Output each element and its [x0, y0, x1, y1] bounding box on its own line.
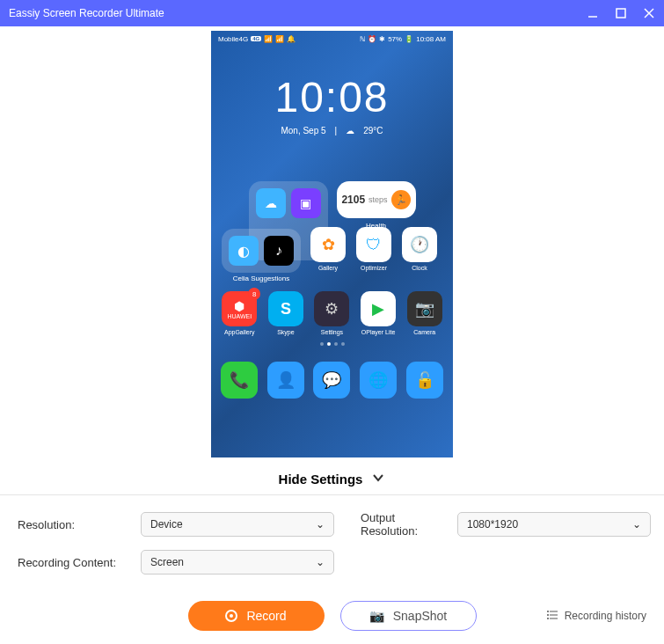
snapshot-button[interactable]: 📷 SnapShot — [340, 601, 477, 631]
phone-mirror[interactable]: Mobile4G 4G 📶 📶 🔔 ℕ ⏰ ✱ 57% 🔋 10:08 AM 1… — [211, 31, 453, 457]
clock-temp: 29°C — [363, 126, 383, 135]
dock-messages[interactable]: 💬 — [313, 362, 350, 399]
health-widget[interactable]: 2105 steps 🏃 — [337, 181, 416, 218]
close-button[interactable] — [643, 7, 655, 19]
maximize-button[interactable] — [615, 7, 627, 19]
resolution-label: Resolution: — [18, 518, 132, 531]
cloud-icon: ☁ — [256, 188, 286, 218]
output-resolution-select[interactable]: 1080*1920 ⌄ — [457, 512, 651, 537]
app-optimizer[interactable]: 🛡Optimizer — [351, 227, 397, 271]
app-oplayer[interactable]: ▶OPlayer Lite — [355, 291, 401, 335]
app-title: Eassiy Screen Recorder Ultimate — [9, 7, 164, 19]
battery-icon: 🔋 — [405, 35, 413, 43]
recording-content-label: Recording Content: — [18, 556, 132, 569]
bottom-bar: Record 📷 SnapShot Recording history — [0, 590, 664, 641]
bell-icon: 🔔 — [287, 35, 296, 43]
record-icon — [225, 610, 237, 622]
lockscreen-clock: 10:08 Mon, Sep 5 | ☁ 29°C — [211, 73, 453, 135]
folder-label: Celia Suggestions — [222, 274, 301, 282]
dock-browser[interactable]: 🌐 — [360, 362, 397, 399]
nfc-icon: ℕ — [360, 35, 365, 43]
clock-time: 10:08 — [211, 73, 453, 121]
svg-rect-1 — [617, 9, 625, 18]
network-badge: 4G — [251, 36, 261, 41]
app-skype[interactable]: SSkype — [263, 291, 309, 335]
chevron-down-icon: ⌄ — [316, 518, 325, 531]
step-unit: steps — [368, 195, 388, 204]
signal-icon: 📶 — [264, 35, 273, 43]
titlebar: Eassiy Screen Recorder Ultimate — [0, 0, 664, 26]
suggestions-lower[interactable]: ◐ ♪ — [222, 229, 301, 273]
resolution-select[interactable]: Device ⌄ — [141, 512, 334, 537]
minimize-button[interactable] — [587, 7, 599, 19]
phone-dock: 📞 👤 💬 🌐 🔓 — [211, 362, 453, 399]
compass-icon: ◐ — [229, 236, 259, 266]
page-indicator[interactable] — [211, 342, 453, 346]
record-button[interactable]: Record — [188, 601, 325, 631]
dock-lock[interactable]: 🔓 — [406, 362, 443, 399]
app-clock[interactable]: 🕐Clock — [397, 227, 442, 271]
clock-date: Mon, Sep 5 — [281, 126, 325, 135]
recording-history-link[interactable]: Recording history — [547, 609, 646, 624]
step-count: 2105 — [341, 194, 365, 206]
app-settings[interactable]: ⚙Settings — [309, 291, 354, 335]
carrier-label: Mobile4G — [218, 35, 248, 43]
phone-statusbar: Mobile4G 4G 📶 📶 🔔 ℕ ⏰ ✱ 57% 🔋 10:08 AM — [211, 31, 453, 47]
tiktok-icon: ♪ — [264, 236, 294, 266]
svg-point-9 — [547, 618, 549, 619]
statusbar-time: 10:08 AM — [416, 35, 446, 43]
running-icon: 🏃 — [391, 190, 411, 209]
output-resolution-label: Output Resolution: — [361, 511, 449, 538]
dock-contacts[interactable]: 👤 — [267, 362, 304, 399]
screen-icon: ▣ — [291, 188, 321, 218]
bluetooth-icon: ✱ — [379, 35, 385, 43]
app-appgallery[interactable]: 8⬢HUAWEIAppGallery — [216, 291, 262, 335]
toggle-label: Hide Settings — [279, 472, 363, 487]
camera-icon: 📷 — [369, 609, 384, 623]
settings-panel: Resolution: Device ⌄ Output Resolution: … — [0, 494, 664, 590]
chevron-down-icon: ⌄ — [632, 518, 641, 531]
wifi-icon: 📶 — [275, 35, 284, 43]
app-camera[interactable]: 📷Camera — [402, 291, 448, 335]
dock-phone[interactable]: 📞 — [221, 362, 258, 399]
preview-area: Mobile4G 4G 📶 📶 🔔 ℕ ⏰ ✱ 57% 🔋 10:08 AM 1… — [0, 26, 664, 462]
alarm-icon: ⏰ — [368, 35, 376, 43]
chevron-down-icon: ⌄ — [316, 556, 325, 568]
weather-icon: ☁ — [346, 126, 354, 135]
list-icon — [547, 609, 559, 624]
app-gallery[interactable]: ✿Gallery — [305, 227, 351, 271]
chevron-down-icon — [371, 471, 385, 487]
battery-percent: 57% — [388, 35, 402, 43]
app-row-2: 8⬢HUAWEIAppGallery SSkype ⚙Settings ▶OPl… — [211, 291, 453, 335]
svg-point-7 — [547, 611, 549, 612]
recording-content-select[interactable]: Screen ⌄ — [141, 550, 334, 574]
toggle-settings-button[interactable]: Hide Settings — [0, 462, 664, 494]
svg-point-8 — [547, 614, 549, 616]
